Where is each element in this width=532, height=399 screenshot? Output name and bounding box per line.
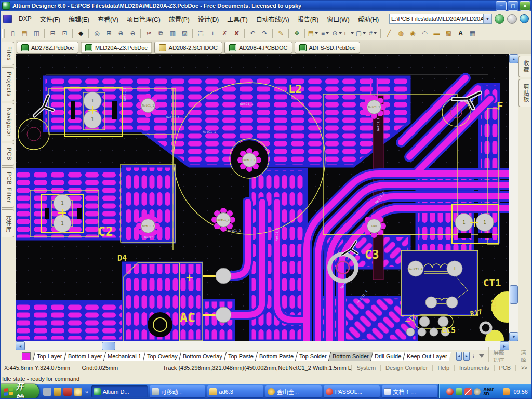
- quicklaunch-key-icon[interactable]: [54, 388, 62, 396]
- panel-button-help[interactable]: Help: [432, 365, 454, 371]
- restore-button[interactable]: ◻: [508, 1, 518, 11]
- layer-scroll-right-icon[interactable]: ►: [463, 352, 470, 361]
- layer-tab-top-overlay[interactable]: Top Overlay: [143, 352, 181, 361]
- panel-tab-projects[interactable]: Projects: [2, 67, 14, 101]
- vertical-scroll-thumb[interactable]: [510, 285, 518, 304]
- snap-grid-icon[interactable]: #: [367, 28, 378, 38]
- filter-funnel-icon[interactable]: [479, 354, 484, 358]
- interactive-routing-icon[interactable]: ✎: [275, 28, 286, 38]
- find-similar-icon[interactable]: ❖: [291, 28, 302, 38]
- doc-tab[interactable]: AD278Z.PcbDoc: [17, 42, 78, 54]
- layer-tab-bottom-solder[interactable]: Bottom Solder: [328, 352, 373, 361]
- place-pad-icon[interactable]: ◍: [395, 28, 406, 38]
- room-icon[interactable]: ▢: [355, 28, 366, 38]
- tray-shield-icon[interactable]: [456, 388, 463, 395]
- menu-reports[interactable]: 报告(R): [294, 12, 323, 25]
- layer-tab-top-paste[interactable]: Top Paste: [224, 352, 257, 361]
- place-arc-icon[interactable]: ◠: [419, 28, 430, 38]
- menu-edit[interactable]: 编辑(E): [64, 12, 94, 25]
- panel-tab-navigator[interactable]: Navigator: [2, 103, 14, 141]
- panel-button-system[interactable]: System: [351, 365, 380, 371]
- menu-design[interactable]: 设计(D): [194, 12, 223, 25]
- nav-forward-icon[interactable]: →: [507, 14, 517, 24]
- task-button-document[interactable]: 文档 1-...: [382, 385, 438, 397]
- zoom-out-icon[interactable]: ⊖: [127, 28, 138, 38]
- layer-tab-bottom-overlay[interactable]: Bottom Overlay: [179, 352, 226, 361]
- copy-icon[interactable]: ⧉: [155, 28, 166, 38]
- task-button-altium[interactable]: Altium D...: [91, 385, 148, 397]
- layer-tab-keepout[interactable]: Keep-Out Layer: [403, 352, 451, 361]
- menu-project[interactable]: 项目管理(C): [123, 12, 165, 25]
- current-layer-color-swatch[interactable]: [22, 352, 31, 360]
- panel-tab-components[interactable]: 元件库: [2, 209, 14, 237]
- save-document-icon[interactable]: ◫: [31, 28, 42, 38]
- task-button-passol[interactable]: PASSOL...: [324, 385, 380, 397]
- redo-icon[interactable]: ↷: [259, 28, 270, 38]
- place-via-icon[interactable]: ◉: [407, 28, 418, 38]
- xear3d-tray-icon[interactable]: Xear 3D: [483, 387, 500, 396]
- menu-window[interactable]: 窗口(W): [323, 12, 353, 25]
- track-width-icon[interactable]: ≡: [320, 28, 330, 38]
- panel-tab-pcb[interactable]: PCB: [2, 143, 14, 166]
- panel-tab-favorites[interactable]: 收藏: [518, 56, 531, 77]
- panel-button-design-compiler[interactable]: Design Compiler: [380, 365, 432, 371]
- horizontal-scroll-thumb[interactable]: [102, 342, 115, 350]
- print-preview-icon[interactable]: ⊡: [59, 28, 70, 38]
- menu-help[interactable]: 帮助(H): [354, 12, 383, 25]
- nav-back-icon[interactable]: ←: [495, 14, 504, 24]
- board-view-icon[interactable]: ◆: [75, 28, 86, 38]
- quicklaunch-messenger-icon[interactable]: [43, 388, 51, 396]
- scroll-up-icon[interactable]: ▲: [509, 54, 518, 63]
- place-line-icon[interactable]: ╱: [383, 28, 394, 38]
- layer-tab-drill-guide[interactable]: Drill Guide: [370, 352, 405, 361]
- panel-tab-files[interactable]: Files: [2, 42, 14, 65]
- layer-tab-mechanical1[interactable]: Mechanical 1: [103, 352, 145, 361]
- quicklaunch-media-icon[interactable]: [63, 388, 72, 396]
- tray-close-icon[interactable]: [464, 388, 472, 395]
- select-area-icon[interactable]: ⬚: [195, 28, 206, 38]
- zoom-all-icon[interactable]: ◎: [91, 28, 102, 38]
- address-input[interactable]: E:\PCB Files\data\MLD20A\MLD20A-Z3: [389, 14, 483, 24]
- alignment-icon[interactable]: ⊏: [343, 28, 354, 38]
- new-document-icon[interactable]: ▯: [7, 28, 18, 38]
- task-button-removable[interactable]: 可移动...: [150, 385, 206, 397]
- paste-icon[interactable]: ▥: [167, 28, 178, 38]
- cut-icon[interactable]: ✂: [143, 28, 154, 38]
- undo-icon[interactable]: ↶: [247, 28, 258, 38]
- layer-sets-icon[interactable]: ▤: [308, 28, 318, 38]
- quicklaunch-overflow-icon[interactable]: »: [85, 389, 88, 395]
- layer-tab-bottom-layer[interactable]: Bottom Layer: [63, 352, 105, 361]
- layer-tab-top-layer[interactable]: Top Layer: [33, 352, 66, 361]
- menu-autoroute[interactable]: 自动布线(A): [252, 12, 294, 25]
- address-dropdown-icon[interactable]: ▼: [483, 14, 492, 24]
- task-button-kingsoft[interactable]: 金山全...: [265, 385, 322, 397]
- place-fill-icon[interactable]: ▬: [431, 28, 442, 38]
- paste-array-icon[interactable]: ▨: [179, 28, 190, 38]
- zoom-area-icon[interactable]: ⊞: [103, 28, 114, 38]
- layer-tab-top-solder[interactable]: Top Solder: [295, 352, 330, 361]
- panel-tab-pcb-filter[interactable]: PCB Filter: [2, 167, 14, 208]
- place-string-icon[interactable]: A: [455, 28, 466, 38]
- home-globe-icon[interactable]: [520, 14, 529, 23]
- panel-button-pcb[interactable]: PCB: [494, 365, 516, 371]
- panel-button-instruments[interactable]: Instruments: [454, 365, 494, 371]
- tray-messenger-icon[interactable]: [503, 388, 510, 395]
- minimize-button[interactable]: −: [496, 1, 507, 11]
- place-component-icon[interactable]: ▦: [467, 28, 478, 38]
- move-selection-icon[interactable]: +: [207, 28, 218, 38]
- menu-view[interactable]: 查看(V): [94, 12, 123, 25]
- quicklaunch-cd-icon[interactable]: [74, 388, 82, 396]
- menu-file[interactable]: 文件(F): [36, 12, 64, 25]
- deselect-icon[interactable]: ✗: [219, 28, 230, 38]
- doc-tab[interactable]: AD208-4.PCBDOC: [224, 42, 292, 54]
- scroll-down-icon[interactable]: ▼: [509, 332, 518, 341]
- tray-volume-icon[interactable]: [474, 388, 481, 395]
- layer-tab-bottom-paste[interactable]: Bottom Paste: [255, 352, 298, 361]
- tray-ball-icon[interactable]: [446, 388, 454, 395]
- doc-tab-active[interactable]: MLD20A-Z3.PcbDoc: [81, 42, 152, 54]
- dxp-logo-icon[interactable]: [3, 15, 12, 23]
- doc-tab[interactable]: ADFS-SD.PcbDoc: [295, 42, 361, 54]
- via-style-icon[interactable]: ⊙: [331, 28, 342, 38]
- panel-overflow-button[interactable]: >>: [515, 365, 532, 371]
- task-button-folder[interactable]: ad6.3: [207, 385, 263, 397]
